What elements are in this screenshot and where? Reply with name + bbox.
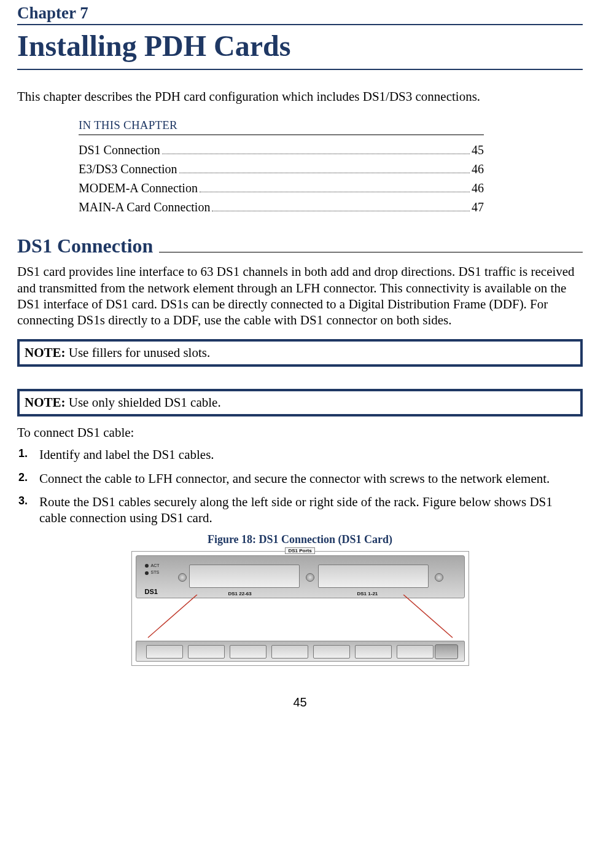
toc-item-page: 46 — [472, 160, 484, 178]
toc-item-label: MODEM-A Connection — [79, 179, 198, 197]
chassis-slot — [188, 645, 225, 659]
note-box: NOTE: Use only shielded DS1 cable. — [17, 389, 583, 416]
toc-heading: IN THIS CHAPTER — [79, 119, 484, 132]
chassis-slot — [271, 645, 308, 659]
toc-item-label: MAIN-A Card Connection — [79, 198, 210, 216]
chapter-title: Installing PDH Cards — [17, 29, 583, 63]
toc-rule — [79, 135, 484, 135]
section-heading: DS1 Connection — [17, 235, 159, 257]
section-body: DS1 card provides line interface to 63 D… — [17, 264, 583, 328]
chassis-slot — [397, 645, 434, 659]
status-leds: ACT STS — [145, 562, 160, 576]
procedure-steps: Identify and label the DS1 cables. Conne… — [18, 447, 583, 526]
toc-item-page: 47 — [472, 198, 484, 216]
note-text: Use fillers for unused slots. — [69, 345, 210, 360]
toc-item-page: 45 — [472, 141, 484, 159]
callout-lines — [136, 598, 465, 599]
callout-svg — [136, 595, 465, 643]
page-number: 45 — [17, 695, 583, 710]
section-rule — [159, 252, 583, 252]
step: Route the DS1 cables securely along the … — [18, 494, 583, 526]
diagram: DS1 Ports ACT STS DS1 DS1 22-63 DS1 1-21 — [131, 551, 469, 666]
screw-icon — [435, 573, 443, 582]
toc-leader — [212, 200, 470, 211]
ports-label-text: DS1 Ports — [285, 547, 314, 554]
toc-item-label: DS1 Connection — [79, 141, 160, 159]
chassis-slot — [146, 645, 183, 659]
title-bottom-rule — [17, 69, 583, 70]
lfh-connector — [318, 565, 429, 588]
toc-leader — [200, 181, 470, 192]
chassis-slot — [355, 645, 392, 659]
lfh-connector — [189, 565, 300, 588]
toc-item[interactable]: MODEM-A Connection 46 — [79, 179, 484, 197]
svg-line-1 — [403, 595, 453, 638]
led-icon — [145, 564, 149, 568]
figure-caption: Figure 18: DS1 Connection (DS1 Card) — [17, 533, 583, 546]
note-text: Use only shielded DS1 cable. — [69, 395, 221, 410]
toc-leader — [162, 143, 470, 154]
ports-callout-label: DS1 Ports — [136, 547, 464, 554]
figure: DS1 Ports ACT STS DS1 DS1 22-63 DS1 1-21 — [131, 551, 469, 666]
led-label: STS — [151, 570, 160, 574]
chapter-label: Chapter 7 — [17, 4, 583, 23]
chassis-slot — [230, 645, 266, 659]
toc-item[interactable]: DS1 Connection 45 — [79, 141, 484, 159]
toc-item[interactable]: E3/DS3 Connection 46 — [79, 160, 484, 178]
toc-item-label: E3/DS3 Connection — [79, 160, 177, 178]
screw-icon — [306, 573, 314, 582]
step: Connect the cable to LFH connector, and … — [18, 471, 583, 487]
note-prefix: NOTE: — [25, 395, 66, 410]
toc-item[interactable]: MAIN-A Card Connection 47 — [79, 198, 484, 216]
screw-icon — [178, 573, 187, 582]
toc-item-page: 46 — [472, 179, 484, 197]
led-icon — [145, 571, 149, 575]
toc: IN THIS CHAPTER DS1 Connection 45 E3/DS3… — [79, 119, 484, 216]
step: Identify and label the DS1 cables. — [18, 447, 583, 463]
chassis-handle — [435, 644, 458, 659]
chapter-intro: This chapter describes the PDH card conf… — [17, 88, 583, 105]
section-heading-row: DS1 Connection — [17, 235, 583, 257]
svg-line-0 — [148, 595, 197, 638]
ds1-card-panel: DS1 Ports ACT STS DS1 DS1 22-63 DS1 1-21 — [136, 555, 465, 598]
title-top-rule — [17, 24, 583, 25]
note-prefix: NOTE: — [25, 345, 66, 360]
note-box: NOTE: Use fillers for unused slots. — [17, 339, 583, 367]
toc-leader — [179, 162, 470, 173]
chassis — [136, 641, 465, 662]
led-label: ACT — [151, 563, 160, 568]
procedure-leadin: To connect DS1 cable: — [17, 425, 583, 440]
chassis-slot — [313, 645, 350, 659]
